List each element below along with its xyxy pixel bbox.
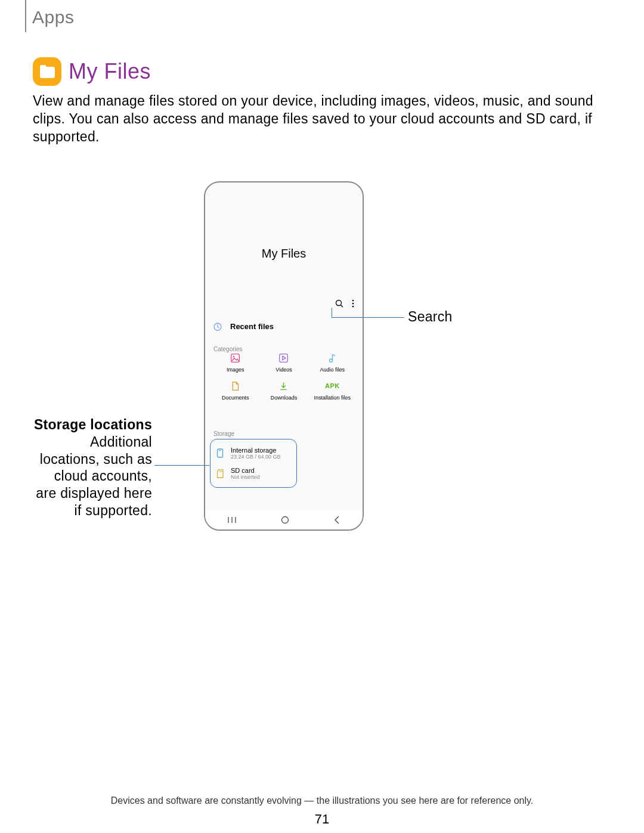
svg-rect-8: [280, 354, 288, 363]
section-breadcrumb: Apps: [32, 7, 74, 27]
page-number: 71: [0, 812, 644, 827]
category-audio[interactable]: Audio files: [308, 353, 357, 373]
svg-point-2: [352, 300, 354, 302]
recent-files-label: Recent files: [230, 322, 274, 331]
storage-section-label: Storage: [213, 431, 234, 437]
storage-locations-highlight: Internal storage 23.24 GB / 64.00 GB SD …: [210, 439, 297, 488]
nav-recents-icon[interactable]: [228, 516, 236, 524]
storage-internal[interactable]: Internal storage 23.24 GB / 64.00 GB: [210, 443, 296, 463]
callout-storage-title: Storage locations: [34, 417, 152, 432]
more-icon[interactable]: [352, 299, 354, 308]
section-title: My Files: [69, 59, 151, 84]
navigation-bar: [205, 510, 363, 529]
header-rule: [25, 0, 26, 32]
search-icon[interactable]: [335, 299, 343, 308]
category-images[interactable]: Images: [211, 353, 259, 373]
callout-line: [332, 317, 404, 318]
callout-storage-body: Additional locations, such as cloud acco…: [36, 434, 152, 518]
category-videos[interactable]: Videos: [259, 353, 308, 373]
app-title: My Files: [205, 247, 363, 261]
action-bar: [335, 299, 354, 308]
sd-card-icon: [216, 469, 224, 478]
callout-search-label: Search: [408, 309, 453, 325]
my-files-app-icon: [33, 57, 61, 86]
document-icon: [231, 381, 240, 391]
phone-screenshot: My Files Recent files Categories: [204, 181, 364, 531]
category-downloads[interactable]: Downloads: [259, 381, 308, 401]
svg-point-7: [233, 356, 235, 358]
category-documents[interactable]: Documents: [211, 381, 259, 401]
section-title-row: My Files: [33, 57, 151, 86]
footer-disclaimer: Devices and software are constantly evol…: [0, 795, 644, 806]
category-installation-files[interactable]: APK Installation files: [308, 381, 357, 401]
clock-icon: [213, 323, 222, 331]
folder-icon: [39, 64, 55, 79]
nav-back-icon[interactable]: [334, 516, 340, 524]
video-icon: [278, 353, 289, 363]
svg-point-3: [352, 303, 354, 305]
svg-rect-11: [219, 450, 221, 451]
svg-point-9: [329, 359, 332, 362]
categories-label: Categories: [213, 346, 242, 352]
image-icon: [230, 353, 240, 363]
callout-line: [154, 465, 209, 466]
callout-line: [332, 308, 332, 317]
phone-storage-icon: [216, 448, 224, 458]
music-icon: [327, 353, 338, 363]
svg-point-4: [352, 306, 354, 308]
svg-rect-6: [231, 354, 240, 363]
recent-files-row[interactable]: Recent files: [213, 322, 274, 331]
storage-sd-card[interactable]: SD card Not inserted: [210, 463, 296, 484]
nav-home-icon[interactable]: [281, 516, 289, 524]
section-description: View and manage files stored on your dev…: [33, 92, 611, 146]
svg-point-12: [281, 517, 288, 524]
svg-point-0: [336, 301, 342, 306]
svg-line-1: [340, 305, 343, 307]
apk-icon: APK: [325, 381, 340, 391]
categories-grid: Images Videos Audio files: [211, 353, 357, 401]
callout-storage: Storage locations Additional locations, …: [33, 416, 152, 519]
download-icon: [278, 381, 289, 391]
